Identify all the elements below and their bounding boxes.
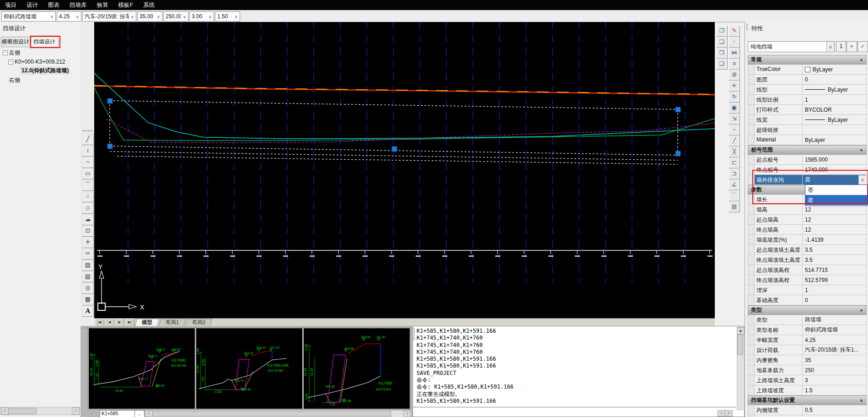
table-icon[interactable]: ▦ [82,294,94,305]
chevron-down-icon[interactable]: ∨ [207,14,214,19]
command-log[interactable]: K1+585,K1+580,K1+591.166 K1+745,K1+740,K… [413,326,745,417]
collapse-icon[interactable]: ▲ [859,306,863,314]
break-point-icon[interactable]: ⊏ [729,157,740,168]
scale-icon[interactable]: ▣ [729,103,740,114]
erase-pencil-icon[interactable]: ✎ [729,26,740,37]
spline-icon[interactable]: ~ [82,157,94,168]
scroll-left-button[interactable]: ‹ [145,411,153,417]
dropdown-option-是[interactable]: 是 [805,195,867,205]
scroll-right-button[interactable]: › [725,410,733,417]
rotate-icon[interactable]: ↻ [729,92,740,103]
scroll-right-button[interactable]: › [72,407,80,415]
toolbar-combo-half-width[interactable]: 4.25∨ [57,11,81,22]
thumbnail-cross-section-K1+585[interactable]: 518.27518.05514.77502.77500.6323.48K1+58… [88,328,195,409]
tree-expander[interactable]: − [3,50,8,55]
menu-item-6[interactable]: 系统 [138,0,160,10]
property-value[interactable]: 汽车-20/15级: 挂车1... [803,345,866,355]
rectangle-icon[interactable]: ▭ [82,168,94,179]
chevron-down-icon[interactable]: ∨ [48,14,55,19]
pick-add-toggle-button[interactable]: 1 [836,41,846,52]
property-value[interactable]: 仰斜式路堤墙 [803,325,866,335]
property-value[interactable]: 0 [803,295,866,305]
property-value[interactable]: 1 [803,285,866,295]
collapse-icon[interactable]: ▲ [859,146,863,154]
property-value[interactable]: 0.5 [803,415,866,417]
property-value[interactable]: 3.5 [803,255,866,265]
collapse-icon[interactable]: ▲ [859,396,863,405]
log-vscrollbar[interactable]: ▲ [737,327,745,410]
menu-item-2[interactable]: 图表 [43,0,64,10]
arc-icon[interactable]: ⌒ [82,179,94,191]
chevron-down-icon[interactable]: ∨ [233,14,240,19]
menu-item-3[interactable]: 挡墙库 [64,0,92,10]
extend-icon[interactable]: ╳ [729,146,740,157]
property-value[interactable]: ByLayer [803,135,866,145]
object-type-selector[interactable]: 纯地挡墙 ∨ [748,41,835,52]
scrollbar-thumb[interactable] [8,408,37,414]
thumbnails-hscrollbar[interactable]: ‹ › [145,410,412,417]
tree-item-2[interactable]: 12.0(仰斜式路堤墙) [20,66,70,75]
polygon-icon[interactable]: ◇ [82,202,94,214]
property-value[interactable]: 0.5 [803,405,866,415]
copy-base-icon[interactable]: ❑ [716,37,728,48]
property-value[interactable]: 1.5 [803,385,866,395]
tab-横断面设计[interactable]: 横断面设计 [1,37,30,47]
tree-expander[interactable]: − [8,60,13,65]
cad-viewport[interactable]: YX [94,22,715,318]
toolbar-combo-wall-type[interactable]: 仰斜式路堤墙∨ [1,11,56,22]
stretch-icon[interactable]: ⇲ [729,114,740,125]
lengthen-icon[interactable]: − [729,125,740,135]
toolbar-combo-design-load[interactable]: 汽车-20/15级: 挂车100∨ [82,11,136,22]
property-value[interactable]: 12 [803,205,866,214]
move-icon[interactable]: ✛ [729,81,740,92]
property-value[interactable]: 512.5799 [803,275,866,285]
property-value[interactable]: 4.25 [803,335,866,345]
chevron-down-icon[interactable]: ∨ [74,14,81,19]
quick-select-button[interactable]: ✓ [857,41,868,52]
chevron-down-icon[interactable]: ∨ [858,175,866,184]
drainage-ditch-dropdown[interactable]: 否是 [805,184,868,206]
section-header-常规[interactable]: 常规▲ [748,55,867,65]
property-value[interactable] [803,125,866,135]
fillet-icon[interactable]: ⌒ [729,190,740,201]
toolbar-grip[interactable] [82,130,92,131]
toolbar-combo-fill-height[interactable]: 3.00∨ [189,11,214,22]
property-value[interactable]: 路堤墙 [803,315,866,325]
toolbar-combo-slope-rate[interactable]: 1.50∨ [215,11,240,22]
property-value[interactable]: 12 [803,215,866,224]
polyline-icon[interactable]: ≀ [82,145,94,157]
property-value[interactable]: 250 [803,365,866,375]
circle-icon[interactable]: ○ [82,191,94,202]
solid-edit-icon[interactable]: ▤ [729,201,740,212]
join-icon[interactable]: ⊐ [729,168,740,179]
scrollbar-thumb[interactable] [152,411,391,417]
toolbar-combo-bearing-capacity[interactable]: 250.00∨ [163,11,188,22]
chevron-down-icon[interactable]: ∨ [181,14,188,19]
section-header-桩号范围[interactable]: 桩号范围▲ [748,145,867,155]
layout-nav-button-1[interactable]: ◀ [105,319,114,326]
revcloud-icon[interactable]: ☁ [82,214,94,225]
property-value[interactable]: 1585.000 [803,155,866,164]
thumbnail-cross-section-K1+591.166[interactable]: 518.20517.97514.70502.70500.6213.82K1+59… [196,328,303,409]
section-header-挡墙基坑默认设置[interactable]: 挡墙基坑默认设置▲ [748,395,867,405]
chamfer-icon[interactable]: ∠ [729,179,740,190]
scroll-up-button[interactable]: ▲ [737,327,745,335]
layout-tab-模型[interactable]: 模型 [135,319,159,326]
station-more-button[interactable]: .. [134,410,145,417]
chevron-down-icon[interactable]: ∨ [129,14,136,19]
paste-block-icon[interactable]: ❏ [716,59,728,70]
draw-line-icon[interactable]: ╱ [82,134,94,145]
section-header-类型[interactable]: 类型▲ [748,305,867,315]
mirror-icon[interactable]: ⋈ [729,48,740,59]
array-icon[interactable]: ⊞ [729,70,740,81]
left-panel-hscrollbar[interactable]: ‹ › [0,407,80,415]
menu-item-4[interactable]: 验算 [92,0,113,10]
tree-item-3[interactable]: 右侧 [9,76,20,84]
menu-item-0[interactable]: 项目 [0,0,21,10]
property-value[interactable]: 3.5 [803,245,866,255]
property-value[interactable]: ByLayer [803,65,866,74]
collapse-icon[interactable]: ▲ [859,55,863,64]
layout-tab-布局1[interactable]: 布局1 [159,319,186,326]
station-combobox[interactable]: K1+585 [100,410,137,417]
panel-grip[interactable] [746,24,748,30]
